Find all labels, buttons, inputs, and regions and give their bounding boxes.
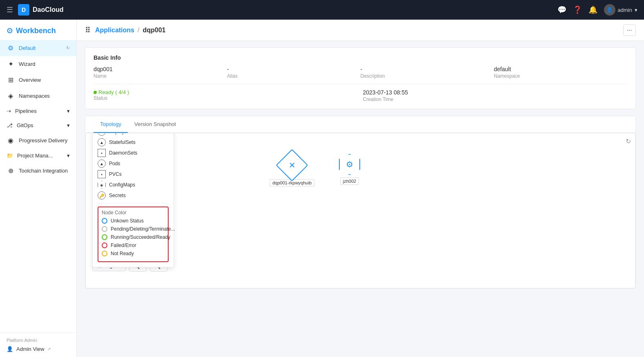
running-color-swatch [102,234,107,240]
breadcrumb-current: dqp001 [143,27,165,34]
sidebar-item-project-mana[interactable]: 📁 Project Mana... ▾ [0,148,76,163]
node-shape-diamond: ✕ [276,149,308,181]
sidebar-item-progressive-delivery[interactable]: ◉ Progressive Delivery [0,132,76,148]
pods-shape-icon: ▲ [98,159,106,168]
daemonsets-label: DaemonSets [109,150,137,156]
workbench-icon: ⊙ [7,26,13,35]
alias-label: Alias [227,73,361,79]
name-label: Name [94,73,227,79]
user-menu[interactable]: 👤 admin ▾ [604,4,637,16]
info-description-cell: - Description [361,66,494,79]
user-dropdown-icon: ▾ [635,7,637,13]
message-icon[interactable]: 💬 [557,5,566,14]
legend-color-unknown: Unkown Status [102,218,165,224]
progressive-icon: ◉ [7,137,15,144]
sidebar-item-label: Toolchain Integration [19,168,68,174]
sidebar-item-label: Progressive Delivery [19,137,67,144]
secrets-shape-icon: 🔑 [98,191,106,200]
logo: D DaoCloud [18,4,64,16]
basic-info-card: Basic Info dqp001 Name - Alias - Descrip… [85,47,636,109]
pvcs-label: PVCs [109,171,122,177]
node-svc1[interactable]: ⚙ jzh002 [339,154,360,185]
pipelines-icon: ⇢ [7,108,11,114]
status-value: Ready ( 4/4 ) [98,89,129,95]
info-creation-cell: 2023-07-13 08:55 Creation Time [363,89,628,102]
platform-admin-label: Platform Admin [7,338,70,343]
page-body: Basic Info dqp001 Name - Alias - Descrip… [77,41,644,357]
legend-item-daemonsets: ▪ DaemonSets [98,149,169,157]
external-link-icon: ↗ [47,347,51,351]
sidebar-workbench[interactable]: ⊙ Workbench [0,20,76,38]
breadcrumb-separator: / [138,27,139,34]
pending-color-label: Pending/Deleting/Terminate... [111,226,175,232]
default-icon: ⚙ [7,44,15,52]
daemonsets-shape-icon: ▪ [98,149,106,157]
overview-icon: ⊞ [7,76,15,84]
legend-color-section-title: Node Color [102,210,165,216]
admin-view-icon: 👤 [7,346,13,352]
deployments-label: Deployments [109,133,138,135]
legend-item-deployments: ▲ Deployments [98,133,169,136]
sidebar-item-label: Pipelines [15,108,37,114]
info-name-cell: dqp001 Name [94,66,227,79]
description-value: - [361,66,494,72]
apps-grid-icon: ⠿ [85,26,90,35]
node-inner-icon: ⚙ [346,159,353,169]
admin-view-item[interactable]: 👤 Admin View ↗ [7,346,70,352]
not-ready-color-label: Not Ready [111,251,134,256]
workbench-label: Workbench [16,27,56,35]
avatar: 👤 [604,4,615,16]
wizard-icon: ✦ [7,60,15,68]
node-label-svc1: jzh002 [340,177,359,185]
namespace-label: Namespace [494,73,627,79]
legend-color-failed: Failed/Error [102,242,165,248]
sidebar: ⊙ Workbench ⚙ Default ↻ ✦ Wizard ⊞ Overv… [0,20,77,357]
legend-item-configmaps: ◈ ConfigMaps [98,181,169,189]
status-badge: Ready ( 4/4 ) [94,89,358,95]
sidebar-item-overview[interactable]: ⊞ Overview [0,72,76,88]
refresh-icon[interactable]: ↻ [66,45,70,51]
namespaces-icon: ◈ [7,92,15,100]
legend-color-pending: Pending/Deleting/Terminate... [102,226,165,232]
chevron-down-icon: ▾ [67,153,70,159]
sidebar-item-toolchain[interactable]: ⊕ Toolchain Integration [0,163,76,179]
legend-divider [98,203,169,203]
statefulsets-label: StatefulSets [109,139,136,145]
toolchain-icon: ⊕ [7,167,15,175]
hamburger-menu[interactable]: ☰ [7,5,13,14]
info-namespace-cell: default Namespace [494,66,627,79]
failed-color-label: Failed/Error [111,242,136,248]
unknown-color-swatch [102,218,107,224]
node-inner-icon: ✕ [289,160,296,170]
tab-topology[interactable]: Topology [94,116,128,133]
unknown-color-label: Unkown Status [111,218,144,224]
info-status-cell: Ready ( 4/4 ) Status [94,89,358,102]
status-label: Status [94,95,358,101]
sidebar-item-default[interactable]: ⚙ Default ↻ [0,40,76,56]
help-icon[interactable]: ❓ [573,5,582,14]
breadcrumb-applications[interactable]: Applications [95,27,134,34]
legend-color-running: Running/Succeeded/Ready [102,234,165,240]
sidebar-item-label: Overview [19,77,41,83]
sidebar-item-label: Default [19,45,36,51]
more-options-button[interactable]: ··· [623,25,636,36]
sidebar-item-namespaces[interactable]: ◈ Namespaces [0,88,76,104]
node-pod1[interactable]: ✕ dqp001-rkpwyqhuib [270,154,314,186]
sidebar-item-gitops[interactable]: ⎇ GitOps ▾ [0,118,76,132]
sidebar-item-wizard[interactable]: ✦ Wizard [0,56,76,72]
node-shape-shield: ⚙ [339,154,360,175]
admin-view-label: Admin View [16,346,44,352]
name-value: dqp001 [94,66,227,72]
logo-icon: D [18,4,29,16]
creation-time-value: 2023-07-13 08:55 [363,89,628,96]
sidebar-item-label: Wizard [19,61,35,67]
legend-item-pvcs: ▪ PVCs [98,170,169,178]
tab-version-snapshot[interactable]: Version Snapshot [128,116,183,133]
creation-time-label: Creation Time [363,97,628,102]
pvcs-shape-icon: ▪ [98,170,106,178]
legend-color-section: Node Color Unkown Status Pending/Deletin… [98,207,169,262]
secrets-label: Secrets [109,193,126,198]
notification-icon[interactable]: 🔔 [588,5,597,14]
gitops-icon: ⎇ [7,122,13,128]
sidebar-item-pipelines[interactable]: ⇢ Pipelines ▾ [0,104,76,118]
